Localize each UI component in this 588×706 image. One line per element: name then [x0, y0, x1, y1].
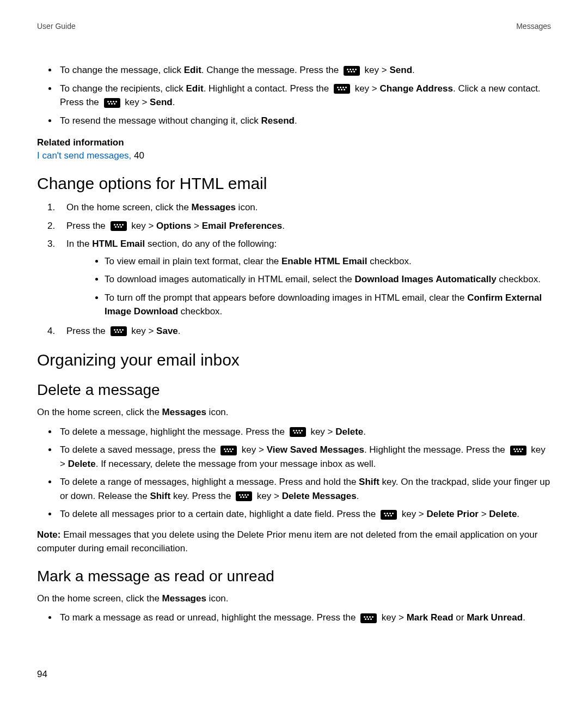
text: On the home screen, click the	[37, 407, 162, 417]
text: . If necessary, delete the message from …	[96, 459, 376, 469]
heading-change-html-email: Change options for HTML email	[37, 174, 551, 193]
related-information-heading: Related information	[37, 137, 551, 148]
related-page-number: 40	[131, 150, 144, 161]
bold-download-auto: Download Images Automatically	[355, 274, 497, 284]
mark-read-unread: To mark a message as read or unread, hig…	[58, 611, 551, 625]
opt-plain-text: To view email in plain text format, clea…	[105, 254, 551, 269]
delete-single: To delete a message, highlight the messa…	[58, 425, 551, 439]
text: key >	[122, 97, 150, 107]
menu-key-icon	[360, 613, 377, 623]
step-1: On the home screen, click the Messages i…	[58, 200, 551, 215]
bold-options: Options	[156, 221, 191, 231]
header-left: User Guide	[37, 22, 76, 31]
header-right: Messages	[516, 22, 551, 31]
heading-delete-message: Delete a message	[37, 381, 551, 399]
bold-enable-html: Enable HTML Email	[281, 256, 367, 266]
text: key >	[239, 445, 267, 455]
text: Press the	[66, 326, 108, 336]
bold-view-saved: View Saved Messages	[267, 445, 364, 455]
text: checkbox.	[178, 306, 222, 317]
text: key >	[129, 221, 157, 231]
text: .	[178, 326, 181, 336]
bold-edit: Edit	[186, 83, 204, 94]
text: key >	[308, 427, 336, 437]
text: checkbox.	[367, 256, 411, 266]
link-cant-send[interactable]: I can't send messages,	[37, 150, 131, 161]
text: On the home screen, click the	[37, 593, 162, 604]
text: key >	[352, 83, 380, 94]
text: . Highlight a contact. Press the	[204, 83, 332, 94]
bold-send: Send	[150, 97, 173, 107]
text: . Change the message. Press the	[201, 65, 341, 75]
related-link-row: I can't send messages, 40	[37, 150, 551, 161]
note-text: Email messages that you delete using the…	[37, 530, 537, 554]
delete-range: To delete a range of messages, highlight…	[58, 475, 551, 503]
text: To mark a message as read or unread, hig…	[60, 612, 358, 623]
delete-open-messages: On the home screen, click the Messages i…	[37, 405, 551, 419]
bold-save: Save	[156, 326, 178, 336]
menu-key-icon	[344, 66, 360, 76]
bold-resend: Resend	[261, 115, 294, 126]
menu-key-icon	[104, 98, 120, 108]
page-header: User Guide Messages	[37, 22, 551, 31]
step-4: Press the key > Save.	[58, 324, 551, 338]
text: icon.	[206, 407, 229, 417]
text: key >	[254, 491, 282, 501]
text: icon.	[236, 202, 258, 212]
text: To change the message, click	[60, 65, 184, 75]
bold-delete-prior: Delete Prior	[427, 509, 479, 519]
bullet-change-recipients: To change the recipients, click Edit. Hi…	[58, 82, 551, 109]
bold-note: Note:	[37, 530, 60, 540]
html-email-steps: On the home screen, click the Messages i…	[37, 200, 551, 338]
text: To delete all messages prior to a certai…	[60, 509, 378, 519]
bold-edit: Edit	[184, 65, 201, 75]
text: checkbox.	[497, 274, 541, 284]
text: To delete a message, highlight the messa…	[60, 427, 287, 437]
document-page: User Guide Messages To change the messag…	[0, 0, 588, 706]
text: .	[357, 491, 359, 501]
text: .	[517, 509, 519, 519]
text: key >	[399, 509, 427, 519]
bold-change-address: Change Address	[379, 83, 452, 94]
text: .	[295, 115, 297, 126]
text: To download images automatically in HTML…	[105, 274, 355, 284]
opt-download-auto: To download images automatically in HTML…	[105, 272, 551, 287]
heading-mark-message: Mark a message as read or unread	[37, 568, 551, 585]
bold-delete: Delete	[489, 509, 517, 519]
menu-key-icon	[381, 510, 397, 520]
text: To view email in plain text format, clea…	[105, 256, 281, 266]
step-2: Press the key > Options > Email Preferen…	[58, 219, 551, 233]
text: key. Press the	[170, 491, 234, 501]
bold-delete-messages: Delete Messages	[282, 491, 357, 501]
menu-key-icon	[510, 446, 526, 455]
bold-messages: Messages	[192, 202, 236, 212]
text: key >	[362, 65, 390, 75]
bold-mark-read: Mark Read	[407, 612, 454, 623]
mark-open-messages: On the home screen, click the Messages i…	[37, 592, 551, 606]
opt-confirm-external: To turn off the prompt that appears befo…	[105, 291, 551, 319]
text: To resend the message without changing i…	[60, 115, 261, 126]
bold-shift: Shift	[150, 491, 170, 501]
text: To turn off the prompt that appears befo…	[105, 293, 467, 303]
text: On the home screen, click the	[66, 202, 192, 212]
menu-key-icon	[236, 491, 252, 501]
text: .	[282, 221, 285, 231]
heading-organizing-inbox: Organizing your email inbox	[37, 351, 551, 369]
text: To change the recipients, click	[60, 83, 186, 94]
text: .	[363, 427, 366, 437]
bold-html-email: HTML Email	[92, 239, 145, 249]
menu-key-icon	[290, 427, 306, 437]
menu-key-icon	[220, 446, 237, 455]
bold-messages: Messages	[162, 593, 206, 604]
step-3: In the HTML Email section, do any of the…	[58, 237, 551, 319]
bold-email-preferences: Email Preferences	[202, 221, 282, 231]
text: To delete a range of messages, highlight…	[60, 477, 359, 487]
delete-saved: To delete a saved message, press the key…	[58, 443, 551, 471]
delete-prior: To delete all messages prior to a certai…	[58, 507, 551, 521]
text: .	[173, 97, 175, 107]
bold-messages: Messages	[162, 407, 206, 417]
bold-send: Send	[389, 65, 412, 75]
text: icon.	[206, 593, 229, 604]
bold-delete: Delete	[335, 427, 363, 437]
text: To delete a saved message, press the	[60, 445, 218, 455]
